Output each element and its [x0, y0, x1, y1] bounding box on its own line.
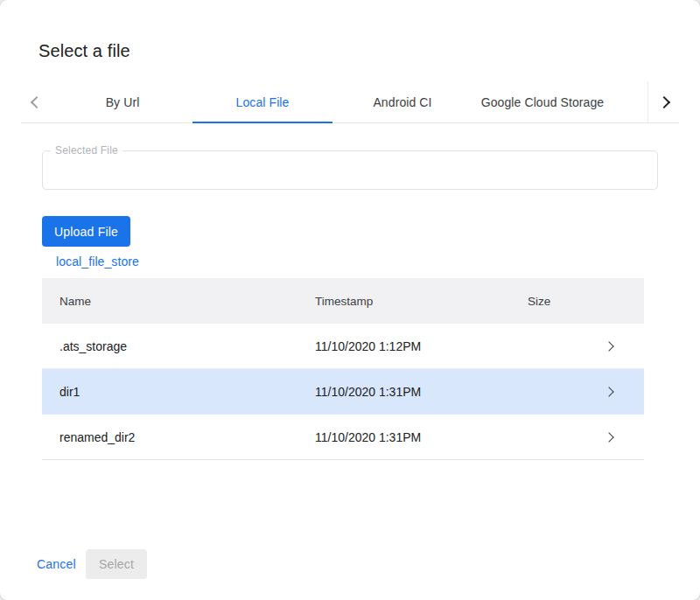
chevron-right-icon: [657, 95, 669, 108]
table-header-row: Name Timestamp Size: [42, 278, 644, 324]
table-row[interactable]: .ats_storage 11/10/2020 1:12PM: [42, 324, 644, 369]
file-name: .ats_storage: [42, 339, 315, 353]
file-table: Name Timestamp Size .ats_storage 11/10/2…: [42, 278, 644, 460]
file-timestamp: 11/10/2020 1:31PM: [315, 430, 528, 444]
column-header-name: Name: [42, 295, 315, 308]
chevron-left-icon: [31, 95, 43, 108]
file-name: dir1: [42, 385, 315, 399]
tab-bar: By Url Local File Android CI Google Clou…: [21, 81, 679, 123]
table-row[interactable]: renamed_dir2 11/10/2020 1:31PM: [42, 415, 644, 460]
tab-google-cloud-storage[interactable]: Google Cloud Storage: [472, 81, 612, 122]
dialog-title: Select a file: [38, 41, 130, 61]
file-timestamp: 11/10/2020 1:12PM: [315, 339, 528, 353]
upload-file-button[interactable]: Upload File: [42, 216, 130, 247]
select-button[interactable]: Select: [86, 549, 147, 579]
cancel-button[interactable]: Cancel: [21, 549, 92, 579]
select-file-dialog: Select a file By Url Local File Android …: [0, 0, 700, 600]
breadcrumb-local-file-store[interactable]: local_file_store: [56, 255, 139, 269]
file-name: renamed_dir2: [42, 430, 315, 444]
tab-android-ci[interactable]: Android CI: [332, 81, 472, 122]
selected-file-label: Selected File: [51, 144, 122, 157]
chevron-right-icon[interactable]: [604, 387, 613, 396]
tab-by-url[interactable]: By Url: [52, 81, 192, 122]
tab-list: By Url Local File Android CI Google Clou…: [52, 81, 612, 122]
tab-local-file[interactable]: Local File: [192, 81, 332, 122]
tab-scroll-left-button[interactable]: [21, 81, 52, 122]
selected-file-input[interactable]: [43, 151, 657, 189]
active-tab-indicator: [192, 122, 332, 123]
chevron-right-icon[interactable]: [604, 341, 613, 351]
column-header-timestamp: Timestamp: [315, 295, 528, 308]
chevron-right-icon[interactable]: [604, 432, 613, 442]
column-header-size: Size: [528, 295, 604, 308]
file-timestamp: 11/10/2020 1:31PM: [315, 385, 528, 399]
tab-scroll-right-button[interactable]: [648, 81, 679, 122]
table-row-selected[interactable]: dir1 11/10/2020 1:31PM: [42, 369, 644, 415]
selected-file-field: Selected File: [42, 150, 658, 190]
